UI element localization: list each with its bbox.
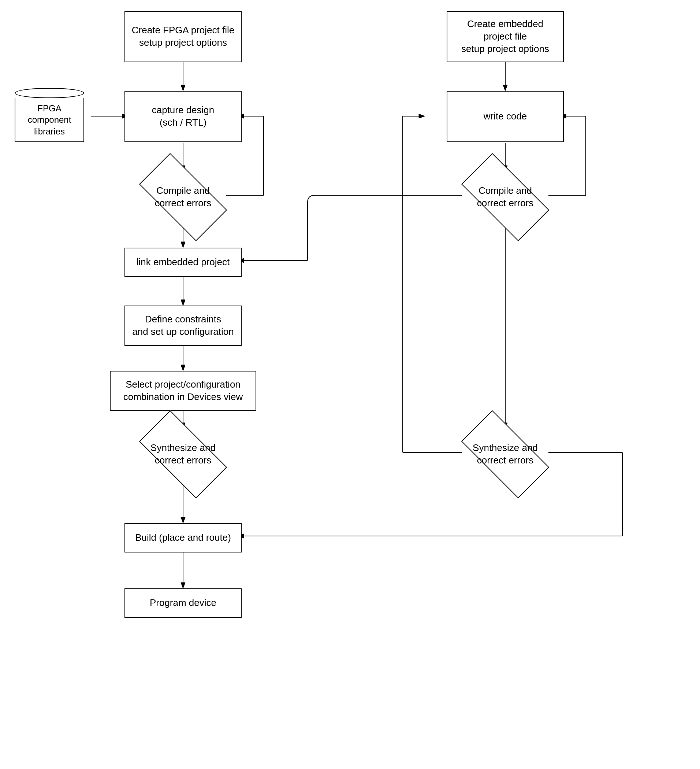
- compile-fpga-diamond: Compile and correct errors: [121, 168, 245, 227]
- svg-marker-43: [419, 114, 425, 118]
- svg-marker-1: [181, 85, 185, 91]
- flowchart-container: Create FPGA project file setup project o…: [0, 0, 700, 769]
- embedded-project-box: Create embedded project file setup proje…: [447, 11, 564, 62]
- svg-marker-15: [181, 365, 185, 371]
- program-device-box: Program device: [124, 588, 242, 618]
- svg-marker-19: [181, 517, 185, 523]
- svg-marker-13: [181, 300, 185, 306]
- write-code-box: write code: [447, 91, 564, 142]
- synthesize-fpga-diamond: Synthesize and correct errors: [121, 425, 245, 484]
- build-box: Build (place and route): [124, 523, 242, 552]
- svg-marker-3: [503, 85, 507, 91]
- svg-marker-21: [181, 582, 185, 588]
- capture-design-box: capture design (sch / RTL): [124, 91, 242, 142]
- compile-embedded-diamond: Compile and correct errors: [443, 168, 567, 227]
- select-project-box: Select project/configuration combination…: [110, 371, 256, 411]
- synthesize-embedded-diamond: Synthesize and correct errors: [443, 425, 567, 484]
- arrows-svg: [0, 0, 700, 769]
- svg-marker-11: [181, 242, 185, 248]
- fpga-project-box: Create FPGA project file setup project o…: [124, 11, 242, 62]
- define-constraints-box: Define constraints and set up configurat…: [124, 306, 242, 346]
- link-embedded-box: link embedded project: [124, 248, 242, 277]
- fpga-libs-cylinder: FPGA component libraries: [11, 88, 88, 142]
